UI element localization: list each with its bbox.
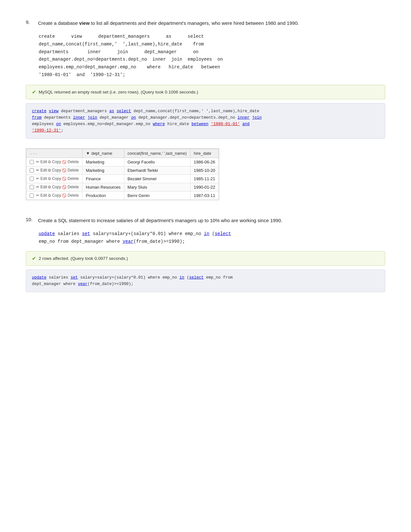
table-cell-actions: Edit Copy Delete bbox=[26, 183, 83, 191]
delete-label: Delete bbox=[68, 185, 79, 189]
copy-button[interactable]: Copy bbox=[48, 160, 61, 164]
question-9-section: 9. Create a database view to list all de… bbox=[26, 19, 385, 207]
edit-button[interactable]: Edit bbox=[36, 185, 47, 189]
copy-icon bbox=[48, 176, 51, 181]
copy-label: Copy bbox=[52, 160, 61, 164]
row-checkbox[interactable] bbox=[30, 193, 34, 198]
q9-checkmark: ✔ bbox=[32, 89, 36, 95]
table-row: Edit Copy Delete Marketing Georgi Facell… bbox=[26, 158, 219, 166]
table-cell-dept: Human Resources bbox=[83, 183, 124, 191]
edit-button[interactable]: Edit bbox=[36, 168, 47, 172]
q10-code-block: update salaries set salary=salary+(salar… bbox=[26, 270, 385, 292]
q9-text-before: Create a database bbox=[38, 20, 79, 26]
q10-text: Create a SQL statement to increase salar… bbox=[38, 218, 282, 223]
table-cell-date: 1990-01-22 bbox=[191, 183, 219, 191]
table-cell-actions: Edit Copy Delete bbox=[26, 174, 83, 183]
table-cell-dept: Production bbox=[83, 191, 124, 200]
table-cell-name: Mary Sluis bbox=[124, 183, 190, 191]
question-10-section: 10. Create a SQL statement to increase s… bbox=[26, 217, 385, 292]
table-row: Edit Copy Delete Human Resources Mary Sl… bbox=[26, 183, 219, 191]
col-concat-label: concat(first_name,' ',last_name) bbox=[128, 151, 187, 156]
pencil-icon bbox=[36, 160, 39, 164]
delete-label: Delete bbox=[68, 193, 79, 198]
table-header-dept[interactable]: ▼ dept_name bbox=[83, 149, 124, 158]
edit-button[interactable]: Edit bbox=[36, 193, 47, 198]
pencil-icon bbox=[36, 193, 39, 198]
q10-code-display: update salaries set salary=salary+(salar… bbox=[39, 230, 385, 246]
row-checkbox[interactable] bbox=[30, 160, 34, 164]
delete-label: Delete bbox=[68, 168, 79, 172]
delete-button[interactable]: Delete bbox=[62, 160, 79, 164]
q9-bold: view bbox=[79, 20, 90, 26]
delete-icon bbox=[62, 168, 66, 172]
edit-button[interactable]: Edit bbox=[36, 176, 47, 181]
table-cell-dept: Marketing bbox=[83, 158, 124, 166]
delete-icon bbox=[62, 185, 66, 189]
edit-button[interactable]: Edit bbox=[36, 160, 47, 164]
table-cell-date: 1987-03-11 bbox=[191, 191, 219, 200]
table-cell-name: Georgi Facello bbox=[124, 158, 190, 166]
question-9-number: 9. bbox=[26, 19, 35, 27]
delete-button[interactable]: Delete bbox=[62, 176, 79, 181]
table-cell-actions: Edit Copy Delete bbox=[26, 158, 83, 166]
table-header-actions bbox=[26, 149, 83, 158]
table-row: Edit Copy Delete Finance Bezalel Simmel … bbox=[26, 174, 219, 183]
copy-button[interactable]: Copy bbox=[48, 168, 61, 172]
pencil-icon bbox=[36, 185, 39, 189]
sort-icon: ▼ bbox=[86, 151, 90, 156]
table-cell-date: 1986-06-26 bbox=[191, 158, 219, 166]
q9-result-table: ▼ dept_name concat(first_name,' ',last_n… bbox=[26, 148, 219, 200]
pencil-icon bbox=[36, 168, 39, 172]
col-date-label: hire_date bbox=[194, 151, 211, 156]
edit-label: Edit bbox=[40, 176, 47, 181]
delete-button[interactable]: Delete bbox=[62, 193, 79, 198]
table-cell-date: 1985-11-21 bbox=[191, 174, 219, 183]
q10-result-box: ✔ 2 rows affected. (Query took 0.0977 se… bbox=[26, 251, 385, 266]
copy-button[interactable]: Copy bbox=[48, 193, 61, 198]
copy-icon bbox=[48, 160, 51, 164]
question-10-number: 10. bbox=[26, 217, 35, 224]
table-cell-name: Eberhardt Terkki bbox=[124, 166, 190, 174]
copy-label: Copy bbox=[52, 176, 61, 181]
delete-label: Delete bbox=[68, 160, 79, 164]
copy-button[interactable]: Copy bbox=[48, 185, 61, 189]
delete-button[interactable]: Delete bbox=[62, 185, 79, 189]
delete-icon bbox=[62, 160, 66, 164]
edit-label: Edit bbox=[40, 168, 47, 172]
arrows-icon bbox=[30, 151, 38, 156]
q9-text-after: to list all departments and their depart… bbox=[90, 20, 299, 26]
table-header-date: hire_date bbox=[191, 149, 219, 158]
copy-label: Copy bbox=[52, 193, 61, 198]
col-dept-label: dept_name bbox=[91, 151, 112, 156]
edit-label: Edit bbox=[40, 193, 47, 198]
table-cell-name: Bezalel Simmel bbox=[124, 174, 190, 183]
question-10-text: Create a SQL statement to increase salar… bbox=[38, 217, 282, 224]
question-9-text: Create a database view to list all depar… bbox=[38, 19, 299, 27]
q9-code-display: create view department_managers as selec… bbox=[39, 33, 385, 79]
delete-label: Delete bbox=[68, 176, 79, 181]
pencil-icon bbox=[36, 176, 39, 181]
table-cell-actions: Edit Copy Delete bbox=[26, 191, 83, 200]
delete-icon bbox=[62, 176, 66, 181]
q10-result-text: 2 rows affected. (Query took 0.0977 seco… bbox=[39, 256, 128, 261]
row-checkbox[interactable] bbox=[30, 168, 34, 172]
table-cell-name: Berni Genin bbox=[124, 191, 190, 200]
q9-result-box: ✔ MySQL returned an empty result set (i.… bbox=[26, 85, 385, 99]
copy-icon bbox=[48, 185, 51, 189]
q9-code-block: create view department_managers as selec… bbox=[26, 103, 385, 139]
question-9-block: 9. Create a database view to list all de… bbox=[26, 19, 385, 27]
q9-result-text: MySQL returned an empty result set (i.e.… bbox=[39, 90, 198, 94]
delete-button[interactable]: Delete bbox=[62, 168, 79, 172]
table-cell-dept: Finance bbox=[83, 174, 124, 183]
table-cell-dept: Marketing bbox=[83, 166, 124, 174]
table-row: Edit Copy Delete Marketing Eberhardt Ter… bbox=[26, 166, 219, 174]
delete-icon bbox=[62, 193, 66, 198]
row-checkbox[interactable] bbox=[30, 177, 34, 181]
row-checkbox[interactable] bbox=[30, 185, 34, 189]
table-cell-date: 1985-10-20 bbox=[191, 166, 219, 174]
table-row: Edit Copy Delete Production Berni Genin … bbox=[26, 191, 219, 200]
edit-label: Edit bbox=[40, 160, 47, 164]
copy-button[interactable]: Copy bbox=[48, 176, 61, 181]
copy-label: Copy bbox=[52, 185, 61, 189]
copy-icon bbox=[48, 193, 51, 198]
